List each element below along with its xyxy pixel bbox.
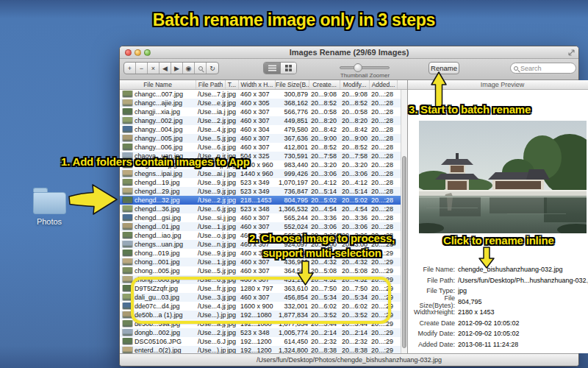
status-bar: /Users/fun/Desktop/Photos/chengde_bishus…	[120, 353, 578, 366]
dimensions-cell: 523 x 348	[239, 329, 276, 336]
forward-button[interactable]: ▶	[171, 63, 183, 74]
type-cell: jpg	[226, 232, 239, 239]
titlebar: Images Rename (29/69 Images)	[120, 46, 578, 59]
grid-view-button[interactable]	[280, 63, 296, 74]
column-header[interactable]: Create...	[309, 80, 340, 89]
file-size-cell: 552,024	[276, 223, 309, 230]
back-button[interactable]: ◀	[159, 63, 171, 74]
type-cell: jpg	[226, 117, 239, 124]
type-cell: jpg	[226, 99, 239, 107]
modify-date-cell: 20...5:08	[340, 267, 370, 275]
file-info-label: WidthxHeight:	[408, 308, 455, 316]
file-path-cell: /Use...9.jpg	[196, 188, 226, 195]
added-date-cell: 20...:28	[370, 170, 398, 177]
table-row[interactable]: chengd...01.jpg/Use...1.jpgjpg460 x 3075…	[120, 222, 407, 231]
table-row[interactable]: changy...006.jpg/Use...6.jpgjpg460 x 307…	[120, 143, 407, 152]
file-info-row: Modify Date:2012-09-02 10:05:02	[408, 328, 588, 339]
modify-date-cell: 20...2:32	[340, 338, 370, 345]
type-cell: jpg	[226, 135, 239, 142]
table-row[interactable]: changy...005.jpg/Use...5.jpgjpg460 x 307…	[120, 134, 407, 143]
create-date-cell: 20...5:14	[309, 188, 340, 195]
table-row[interactable]: chengd...29.jpg/Use...9.jpgjpg523 x 3497…	[120, 187, 407, 196]
file-path-cell: /Use...ai.jpg	[196, 170, 226, 177]
modify-date-cell: 20...8:52	[340, 144, 370, 151]
window-title: Images Rename (29/69 Images)	[120, 48, 578, 57]
file-thumbnail-icon	[123, 179, 132, 185]
table-row[interactable]: changy...002.jpg/Use...2.jpgjpg460 x 307…	[120, 116, 407, 125]
file-size-cell: 565,244	[276, 214, 309, 222]
dimensions-cell: 460 x 307	[239, 135, 276, 142]
column-header[interactable]: File Path	[196, 80, 226, 89]
file-size-cell: 364,500	[276, 267, 309, 275]
table-row[interactable]: chong...005.jpg/Use...5.jpgjpg460 x 3073…	[120, 266, 407, 275]
create-date-cell: 20...8:20	[309, 117, 340, 124]
column-header[interactable]: Added...	[370, 80, 398, 89]
table-row[interactable]: DSC05106.JPG/Use...6.JPGjpg192...1200614…	[120, 337, 407, 346]
file-path-cell: /Use...9.jpg	[196, 250, 226, 257]
search-field[interactable]: Search	[510, 63, 576, 74]
file-name-cell: changy...002.jpg	[120, 117, 196, 124]
file-size-cell: 566,776	[276, 108, 309, 116]
add-button[interactable]: +	[124, 63, 136, 74]
dimensions-cell: 523 x 348	[239, 205, 276, 213]
table-row[interactable]: enterd...0(2).jpg/Use...).jpgjpg192...12…	[120, 346, 407, 353]
column-header[interactable]: Modify...	[340, 80, 370, 89]
column-header[interactable]: File Size(B...	[276, 80, 309, 89]
file-size-cell: 614,450	[276, 338, 309, 345]
type-cell: jpg	[226, 338, 239, 345]
table-row[interactable]: dongb...002.jpg/Use...2.jpgjpg523 x 3481…	[120, 328, 407, 337]
preview-photo-image	[419, 121, 587, 233]
file-info-row: Create Date2012-09-02 10:05:02	[408, 318, 588, 329]
file-thumbnail-icon	[123, 214, 132, 221]
column-header[interactable]: File Name	[120, 80, 196, 89]
thumbnail-zoomer-slider[interactable]	[340, 66, 390, 69]
file-info-row: File Size(Bytes):804,795	[408, 297, 588, 308]
file-path-cell: /Use...).jpg	[196, 347, 226, 353]
modify-date-cell: 20...4:12	[340, 179, 370, 186]
photos-folder[interactable]: Photos	[24, 188, 75, 226]
file-size-cell: 804,795	[276, 197, 309, 204]
quicklook-button[interactable]: ◉	[183, 63, 195, 74]
delete-button[interactable]: ×	[148, 63, 159, 74]
slider-knob[interactable]	[354, 63, 362, 72]
file-info-value[interactable]: chengde_bishushanzhuang-032.jpg	[458, 266, 563, 273]
table-row[interactable]: changy...004.jpg/Use...4.jpgjpg460 x 304…	[120, 125, 407, 134]
file-path-cell: /Use...9.jpg	[196, 179, 226, 186]
file-path-cell: /Use...6.jpg	[196, 205, 226, 213]
file-path-cell: /Use...6.JPG	[196, 338, 226, 345]
search-button[interactable]	[195, 63, 207, 74]
scrollbar[interactable]	[401, 90, 407, 353]
table-row[interactable]: chengd...gsi.jpg/Use...si.jpgjpg460 x 30…	[120, 213, 407, 222]
table-row[interactable]: changc...007.jpg/Use...7.jpgjpg460 x 307…	[120, 90, 407, 99]
list-view-button[interactable]	[264, 63, 280, 74]
modify-date-cell: 20...2:14	[340, 329, 370, 336]
create-date-cell: 20...3:06	[309, 223, 340, 230]
remove-button[interactable]: −	[136, 63, 148, 74]
table-row[interactable]: chengd...36.jpg/Use...6.jpgjpg523 x 3481…	[120, 205, 407, 213]
table-row[interactable]: chengd...19.jpg/Use...9.jpgjpg523 x 3491…	[120, 178, 407, 187]
preview-pane: Image Preview	[407, 80, 588, 353]
table-row[interactable]: chengd...32.jpg/Use...2.jpgjpg218...1453…	[120, 196, 407, 205]
column-header[interactable]: Width x H...	[239, 80, 276, 89]
file-name-cell: changc...ajie.jpg	[120, 99, 196, 107]
column-header[interactable]: T...	[226, 80, 239, 89]
table-row[interactable]: changc...ajie.jpg/Use...e.jpgjpg460 x 30…	[120, 99, 407, 107]
create-date-cell: 20...9:00	[309, 135, 340, 142]
type-cell: jpg	[226, 108, 239, 116]
refresh-button[interactable]: ↻	[207, 63, 218, 74]
fullscreen-icon[interactable]	[568, 49, 575, 56]
create-date-cell: 20...0:58	[309, 108, 340, 116]
table-row[interactable]: changji...xia.jpg/Use...ia.jpgjpg460 x 3…	[120, 107, 407, 116]
file-thumbnail-icon	[123, 329, 132, 336]
desktop: Batch rename image only in 3 steps Photo…	[0, 0, 588, 368]
table-row[interactable]: chegns...ipai.jpg/Use...ai.jpgjpg1440 x …	[120, 169, 407, 178]
headline-annotation: Batch rename image only in 3 steps	[0, 10, 588, 30]
file-path-cell: /Use...5.jpg	[196, 135, 226, 142]
multi-selection-highlight-box	[131, 277, 391, 324]
dimensions-cell: 460 x 307	[239, 108, 276, 116]
rename-button[interactable]: Rename	[429, 62, 459, 74]
preview-header: Image Preview	[408, 80, 588, 90]
file-name-cell: chengd...01.jpg	[120, 223, 196, 230]
file-name-cell: enterd...0(2).jpg	[120, 347, 196, 353]
type-cell: jpg	[226, 267, 239, 275]
